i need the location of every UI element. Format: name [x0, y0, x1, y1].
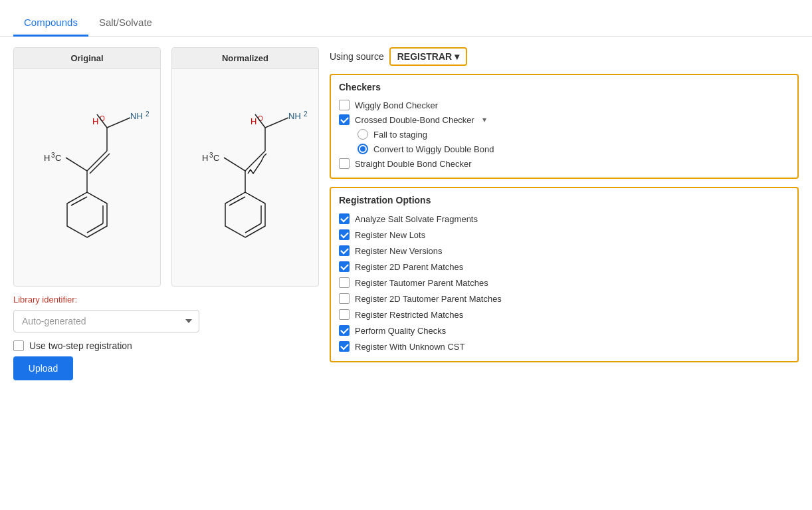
original-svg-area: H 3 C H O NH 2	[15, 69, 159, 286]
svg-line-14	[107, 118, 130, 128]
register-restricted-label: Register Restricted Matches	[355, 310, 463, 320]
svg-line-23	[224, 158, 245, 171]
right-panel: Using source REGISTRAR ▾ Checkers Wiggly…	[330, 47, 799, 499]
register-2d-tautomer-checkbox[interactable]	[339, 293, 350, 304]
register-unknown-cst-checkbox[interactable]	[339, 341, 350, 352]
original-header: Original	[14, 48, 160, 69]
fall-to-staging-radio[interactable]	[357, 129, 368, 140]
register-restricted-checkbox[interactable]	[339, 309, 350, 320]
analyze-salt-checkbox[interactable]	[339, 213, 350, 224]
svg-line-19	[245, 223, 261, 233]
crossed-double-bond-checkbox[interactable]	[339, 114, 350, 125]
svg-text:NH: NH	[130, 111, 143, 121]
register-new-versions-label: Register New Versions	[355, 246, 443, 256]
left-panel: Original H 3 C	[13, 47, 319, 499]
convert-wiggly-row: Convert to Wiggly Double Bond	[339, 142, 789, 156]
reg-row-0: Analyze Salt Solvate Fragments	[339, 211, 789, 227]
convert-wiggly-radio[interactable]	[357, 144, 368, 154]
perform-quality-checkbox[interactable]	[339, 325, 350, 336]
molecule-panels: Original H 3 C	[13, 47, 319, 287]
svg-text:2: 2	[304, 110, 308, 118]
svg-text:H: H	[251, 116, 256, 126]
reg-row-3: Register 2D Parent Matches	[339, 259, 789, 275]
svg-marker-0	[67, 192, 107, 237]
library-section: Library identifier: Auto-generated Use t…	[13, 295, 319, 380]
tab-salt-solvate[interactable]: Salt/Solvate	[88, 10, 163, 37]
register-new-lots-label: Register New Lots	[355, 230, 425, 240]
two-step-checkbox[interactable]	[13, 340, 24, 351]
svg-line-1	[87, 223, 103, 233]
svg-text:H: H	[202, 153, 208, 163]
register-unknown-cst-label: Register With Unknown CST	[355, 342, 464, 352]
straight-double-bond-row: Straight Double Bond Checker	[339, 156, 789, 171]
wiggly-bond-checkbox[interactable]	[339, 100, 350, 110]
normalized-header: Normalized	[172, 48, 318, 69]
svg-line-3	[71, 197, 87, 205]
tabs-bar: Compounds Salt/Solvate	[0, 0, 812, 37]
checkers-title: Checkers	[339, 82, 789, 92]
source-row: Using source REGISTRAR ▾	[330, 47, 799, 66]
original-molecule-box: Original H 3 C	[13, 47, 161, 287]
upload-button[interactable]: Upload	[13, 356, 73, 380]
register-2d-tautomer-label: Register 2D Tautomer Parent Matches	[355, 294, 502, 304]
svg-line-10	[90, 154, 110, 174]
two-step-row: Use two-step registration	[13, 340, 319, 351]
svg-text:NH: NH	[288, 111, 301, 121]
crossed-double-bond-label: Crossed Double-Bond Checker	[355, 115, 474, 125]
library-label: Library identifier:	[13, 295, 319, 305]
register-new-versions-checkbox[interactable]	[339, 245, 350, 256]
fall-to-staging-row: Fall to staging	[339, 127, 789, 142]
register-new-lots-checkbox[interactable]	[339, 229, 350, 240]
crossed-double-bond-dropdown-arrow[interactable]: ▾	[482, 115, 486, 124]
straight-double-bond-checkbox[interactable]	[339, 158, 350, 169]
reg-row-8: Register With Unknown CST	[339, 338, 789, 354]
checkers-section: Checkers Wiggly Bond Checker Crossed Dou…	[330, 74, 799, 179]
normalized-svg-area: H 3 C H O NH	[173, 69, 317, 286]
analyze-salt-label: Analyze Salt Solvate Fragments	[355, 214, 478, 224]
reg-row-5: Register 2D Tautomer Parent Matches	[339, 291, 789, 307]
register-2d-parent-checkbox[interactable]	[339, 261, 350, 272]
svg-line-31	[265, 118, 288, 128]
source-select-button[interactable]: REGISTRAR ▾	[389, 47, 467, 66]
svg-text:H: H	[44, 153, 50, 163]
reg-row-7: Perform Quality Checks	[339, 322, 789, 338]
svg-line-21	[229, 197, 245, 205]
registration-options-title: Registration Options	[339, 195, 789, 205]
normalized-molecule-box: Normalized H 3 C	[171, 47, 319, 287]
library-select[interactable]: Auto-generated	[13, 310, 199, 332]
convert-wiggly-label: Convert to Wiggly Double Bond	[373, 144, 494, 154]
svg-text:2: 2	[146, 110, 150, 118]
fall-to-staging-label: Fall to staging	[373, 130, 427, 140]
svg-text:C: C	[55, 153, 61, 163]
register-tautomer-parent-label: Register Tautomer Parent Matches	[355, 278, 488, 288]
source-prefix: Using source	[330, 51, 384, 62]
svg-marker-18	[225, 192, 265, 237]
tab-compounds[interactable]: Compounds	[13, 10, 88, 37]
reg-row-2: Register New Versions	[339, 243, 789, 259]
svg-text:H: H	[92, 116, 98, 126]
source-dropdown-arrow: ▾	[455, 51, 459, 62]
svg-line-9	[87, 151, 107, 171]
source-value: REGISTRAR	[397, 51, 452, 62]
register-tautomer-parent-checkbox[interactable]	[339, 277, 350, 288]
svg-text:C: C	[213, 153, 219, 163]
reg-row-6: Register Restricted Matches	[339, 307, 789, 322]
two-step-label: Use two-step registration	[29, 340, 132, 351]
svg-line-27	[245, 151, 265, 171]
reg-row-1: Register New Lots	[339, 227, 789, 243]
straight-double-bond-label: Straight Double Bond Checker	[355, 159, 472, 169]
reg-row-4: Register Tautomer Parent Matches	[339, 275, 789, 291]
crossed-double-bond-row: Crossed Double-Bond Checker ▾	[339, 112, 789, 127]
main-content: Original H 3 C	[0, 37, 812, 510]
perform-quality-label: Perform Quality Checks	[355, 326, 446, 336]
register-2d-parent-label: Register 2D Parent Matches	[355, 262, 463, 272]
wiggly-bond-label: Wiggly Bond Checker	[355, 100, 438, 110]
registration-options-section: Registration Options Analyze Salt Solvat…	[330, 187, 799, 362]
svg-line-5	[66, 158, 87, 171]
wiggly-bond-checker-row: Wiggly Bond Checker	[339, 98, 789, 112]
